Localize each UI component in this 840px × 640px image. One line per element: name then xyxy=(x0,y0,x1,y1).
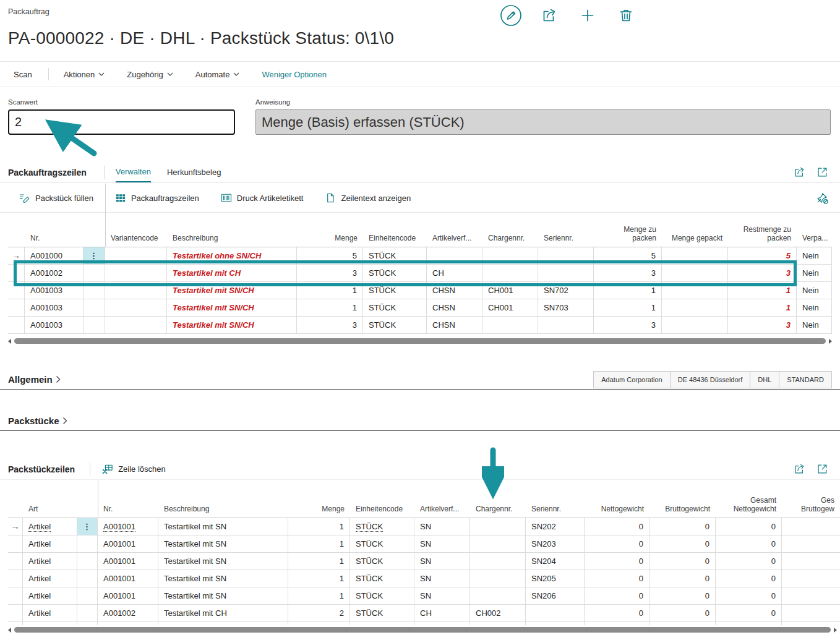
cell-seriennr[interactable] xyxy=(538,317,594,333)
col-menge[interactable]: Menge xyxy=(288,505,350,518)
tab-verwalten[interactable]: Verwalten xyxy=(116,162,151,182)
cell-einheitencode[interactable]: STÜCK xyxy=(350,535,414,552)
cell-einheitencode[interactable]: STÜCK xyxy=(363,247,427,264)
cell-seriennr[interactable] xyxy=(538,247,594,264)
col-einheitencode[interactable]: Einheitencode xyxy=(350,505,414,518)
cell-gesamt-bruttogewicht[interactable] xyxy=(782,605,840,621)
row-options-button[interactable] xyxy=(77,535,98,552)
cell-seriennr[interactable] xyxy=(538,265,594,281)
cell-nettogewicht[interactable]: 0 xyxy=(585,535,649,552)
cell-art[interactable]: Artikel xyxy=(23,518,77,535)
row-options-button[interactable]: ⋮ xyxy=(77,518,98,535)
share-button[interactable] xyxy=(541,7,558,24)
cell-beschreibung[interactable]: Testartikel mit SN/CH xyxy=(167,299,297,316)
cell-verpa[interactable]: Nein xyxy=(797,317,832,333)
row-options-button[interactable] xyxy=(77,570,98,587)
cell-restmenge[interactable]: 1 xyxy=(728,299,797,316)
cell-restmenge[interactable]: 3 xyxy=(728,265,797,281)
cell-einheitencode[interactable]: STÜCK xyxy=(350,570,414,587)
cell-nr[interactable]: A001001 xyxy=(98,518,158,535)
cell-restmenge[interactable]: 3 xyxy=(728,317,797,333)
scanwert-input[interactable]: 2 xyxy=(8,109,235,135)
cell-gesamt-bruttogewicht[interactable] xyxy=(782,587,840,604)
edit-button[interactable] xyxy=(500,4,522,27)
cell-variantencode[interactable] xyxy=(105,265,167,281)
cell-nr[interactable]: A001002 xyxy=(25,265,84,281)
cell-menge[interactable]: 1 xyxy=(288,518,350,535)
menu-item-zugehoerig[interactable]: Zugehörig xyxy=(127,70,173,79)
cell-nr[interactable]: A001003 xyxy=(25,299,84,316)
packauftragszeilen-button[interactable]: Packauftragszeilen xyxy=(114,192,199,204)
cell-gesamt-bruttogewicht[interactable] xyxy=(782,518,840,535)
unpin-button[interactable] xyxy=(815,191,829,205)
cell-menge-gepackt[interactable] xyxy=(662,282,728,299)
menu-item-automate[interactable]: Automate xyxy=(195,70,240,79)
cell-bruttogewicht[interactable]: 0 xyxy=(649,518,716,535)
cell-gesamt-nettogewicht[interactable]: 0 xyxy=(716,535,782,552)
col-beschreibung[interactable]: Beschreibung xyxy=(158,505,288,518)
open-in-new-window-button[interactable] xyxy=(816,166,829,179)
cell-menge-gepackt[interactable] xyxy=(662,299,728,316)
cell-nettogewicht[interactable]: 0 xyxy=(585,518,649,535)
cell-seriennr[interactable]: SN206 xyxy=(526,587,585,604)
cell-seriennr[interactable]: SN203 xyxy=(526,535,585,552)
cell-bruttogewicht[interactable]: 0 xyxy=(649,570,716,587)
col-beschreibung[interactable]: Beschreibung xyxy=(167,234,297,247)
cell-art[interactable]: Artikel xyxy=(23,587,77,604)
zeile-loeschen-button[interactable]: Zeile löschen xyxy=(101,463,166,476)
cell-chargennr[interactable]: CH001 xyxy=(482,282,538,299)
cell-beschreibung[interactable]: Testartikel mit SN xyxy=(158,553,288,570)
cell-verpa[interactable]: Nein xyxy=(797,282,832,299)
row-options-button[interactable] xyxy=(84,299,105,316)
cell-beschreibung[interactable]: Testartikel mit SN xyxy=(158,535,288,552)
col-verpa[interactable]: Verpa... xyxy=(797,234,832,247)
cell-beschreibung[interactable]: Testartikel ohne SN/CH xyxy=(167,247,297,264)
cell-art[interactable]: Artikel xyxy=(23,553,77,570)
cell-nr[interactable]: A001002 xyxy=(98,605,158,621)
allgemein-fasttab[interactable]: Allgemein Adatum Corporation DE 48436 Dü… xyxy=(0,370,840,390)
tile-customer[interactable]: Adatum Corporation xyxy=(593,371,670,388)
cell-artikelverf[interactable]: SN xyxy=(414,518,470,535)
cell-beschreibung[interactable]: Testartikel mit SN xyxy=(158,570,288,587)
cell-menge[interactable]: 3 xyxy=(297,317,363,333)
cell-verpa[interactable]: Nein xyxy=(797,299,832,316)
cell-chargennr[interactable] xyxy=(482,317,538,333)
col-nettogewicht[interactable]: Nettogewicht xyxy=(585,505,649,518)
cell-seriennr[interactable]: SN202 xyxy=(526,518,585,535)
cell-restmenge[interactable]: 1 xyxy=(728,282,797,299)
cell-einheitencode[interactable]: STÜCK xyxy=(363,282,427,299)
cell-menge-gepackt[interactable] xyxy=(662,265,728,281)
scroll-right-arrow-icon[interactable] xyxy=(834,628,837,633)
cell-artikelverf[interactable]: CH xyxy=(427,265,482,281)
cell-nr[interactable]: A001000 xyxy=(25,247,84,264)
cell-verpa[interactable]: Nein xyxy=(797,265,832,281)
cell-nr[interactable]: A001001 xyxy=(98,587,158,604)
cell-chargennr[interactable]: CH002 xyxy=(470,605,526,621)
cell-artikelverf[interactable]: SN xyxy=(414,553,470,570)
new-button[interactable] xyxy=(579,7,596,24)
cell-nr[interactable]: A001003 xyxy=(25,282,84,299)
cell-gesamt-bruttogewicht[interactable] xyxy=(782,570,840,587)
cell-art[interactable]: Artikel xyxy=(23,535,77,552)
delete-button[interactable] xyxy=(617,7,635,24)
scroll-left-arrow-icon[interactable] xyxy=(8,628,11,633)
tile-standard[interactable]: STANDARD xyxy=(779,371,832,388)
col-menge-gepackt[interactable]: Menge gepackt xyxy=(662,234,728,247)
cell-menge[interactable]: 1 xyxy=(288,587,350,604)
col-einheitencode[interactable]: Einheitencode xyxy=(363,234,427,247)
cell-seriennr[interactable]: SN702 xyxy=(538,282,594,299)
cell-gesamt-nettogewicht[interactable]: 0 xyxy=(716,553,782,570)
col-restmenge[interactable]: Restmenge zu packen xyxy=(728,225,797,247)
cell-beschreibung[interactable]: Testartikel mit SN/CH xyxy=(167,317,297,333)
cell-variantencode[interactable] xyxy=(105,299,167,316)
cell-menge-zu-packen[interactable]: 1 xyxy=(594,282,662,299)
cell-variantencode[interactable] xyxy=(105,317,167,333)
tile-address[interactable]: DE 48436 Düsseldorf xyxy=(670,371,751,388)
cell-menge[interactable]: 1 xyxy=(288,535,350,552)
col-bruttogewicht[interactable]: Bruttogewicht xyxy=(649,505,716,518)
col-nr[interactable]: Nr. xyxy=(98,505,158,518)
cell-chargennr[interactable] xyxy=(470,570,526,587)
cell-gesamt-nettogewicht[interactable]: 0 xyxy=(716,570,782,587)
cell-menge[interactable]: 1 xyxy=(297,282,363,299)
col-seriennr[interactable]: Seriennr. xyxy=(526,505,585,518)
